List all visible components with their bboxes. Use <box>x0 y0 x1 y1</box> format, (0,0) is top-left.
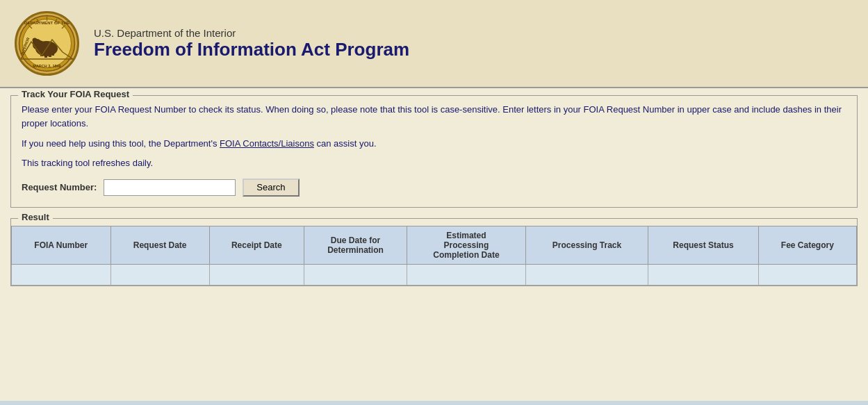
col-estimated-completion: EstimatedProcessingCompletion Date <box>407 226 526 264</box>
department-seal: DEPARTMENT OF THE MARCH 3, 1849 INTERIOR <box>14 10 80 76</box>
cell-foia-number <box>12 264 111 285</box>
svg-rect-8 <box>52 51 54 56</box>
cell-estimated-completion <box>407 264 526 285</box>
refresh-text: This tracking tool refreshes daily. <box>22 158 846 168</box>
result-table: FOIA Number Request Date Receipt Date Du… <box>11 226 857 286</box>
request-number-label: Request Number: <box>22 182 97 192</box>
header-title: Freedom of Information Act Program <box>94 39 409 60</box>
track-section: Track Your FOIA Request Please enter you… <box>10 95 858 208</box>
main-content: Track Your FOIA Request Please enter you… <box>0 88 868 401</box>
request-number-input[interactable] <box>104 179 236 196</box>
description-paragraph-2: If you need help using this tool, the De… <box>22 137 846 151</box>
cell-fee-category <box>758 264 856 285</box>
page-header: DEPARTMENT OF THE MARCH 3, 1849 INTERIOR… <box>0 0 868 88</box>
svg-rect-7 <box>49 52 51 57</box>
cell-due-date <box>304 264 407 285</box>
col-receipt-date: Receipt Date <box>209 226 304 264</box>
request-row: Request Number: Search <box>22 179 846 197</box>
result-legend: Result <box>18 212 53 222</box>
description-paragraph-1: Please enter your FOIA Request Number to… <box>22 103 846 130</box>
svg-rect-6 <box>44 52 47 58</box>
result-section: Result FOIA Number Request Date Receipt … <box>10 218 858 286</box>
cell-processing-track <box>525 264 648 285</box>
svg-text:DEPARTMENT OF THE: DEPARTMENT OF THE <box>24 21 69 25</box>
table-row <box>12 264 857 285</box>
cell-receipt-date <box>209 264 304 285</box>
col-due-date: Due Date forDetermination <box>304 226 407 264</box>
description-2-suffix: can assist you. <box>314 138 377 149</box>
col-foia-number: FOIA Number <box>12 226 111 264</box>
col-processing-track: Processing Track <box>525 226 648 264</box>
col-request-status: Request Status <box>648 226 758 264</box>
table-header-row: FOIA Number Request Date Receipt Date Du… <box>12 226 857 264</box>
col-fee-category: Fee Category <box>758 226 856 264</box>
svg-text:MARCH 3, 1849: MARCH 3, 1849 <box>33 64 60 68</box>
foia-contacts-link[interactable]: FOIA Contacts/Liaisons <box>220 138 314 149</box>
header-subtitle: U.S. Department of the Interior <box>94 27 409 39</box>
search-button[interactable]: Search <box>243 179 299 197</box>
col-request-date: Request Date <box>110 226 209 264</box>
svg-point-10 <box>33 38 38 43</box>
header-text-block: U.S. Department of the Interior Freedom … <box>94 27 409 60</box>
cell-request-date <box>110 264 209 285</box>
track-section-legend: Track Your FOIA Request <box>18 89 133 99</box>
cell-request-status <box>648 264 758 285</box>
description-2-prefix: If you need help using this tool, the De… <box>22 138 220 149</box>
bottom-area: New Se <box>0 401 868 405</box>
